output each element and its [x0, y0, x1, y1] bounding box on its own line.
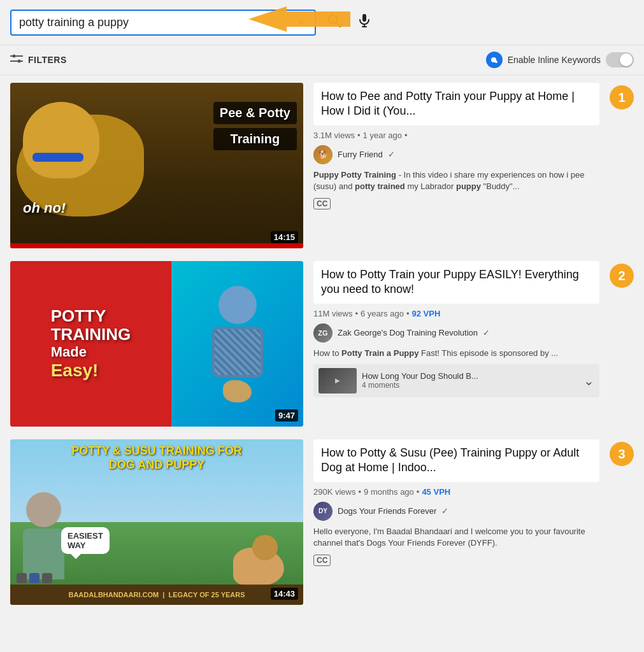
- result-item-2: POTTY TRAINING Made Easy!: [10, 261, 634, 427]
- channel-row-1: 🐕 Furry Friend ✓: [313, 145, 599, 164]
- number-badge-3: 3: [610, 442, 634, 466]
- thumb3-dog: [233, 548, 284, 586]
- thumbnail-1[interactable]: Pee & Potty Training oh no! 14:15: [10, 83, 303, 248]
- thumbnail-3[interactable]: POTTY & SUSU TRAINING FOR DOG AND PUPPY …: [10, 439, 303, 605]
- verified-icon-2: ✓: [483, 328, 490, 337]
- cc-badge-3: CC: [313, 555, 331, 566]
- svg-point-9: [18, 59, 21, 62]
- filters-bar: FILTERS Enable Inline Keywords: [0, 45, 644, 75]
- verified-icon-1: ✓: [388, 150, 395, 159]
- result-title-box-3: How to Potty & Susu (Pee) Training Puppy…: [313, 439, 599, 482]
- result-item-1: Pee & Potty Training oh no! 14:15 How to…: [10, 83, 634, 248]
- thumb1-background: Pee & Potty Training oh no!: [10, 83, 303, 248]
- views-1: 3.1M views: [313, 131, 355, 140]
- channel-name-1[interactable]: Furry Friend: [338, 150, 383, 159]
- result-title-box-2: How to Potty Train your Puppy EASILY! Ev…: [313, 261, 599, 304]
- channel-avatar-1: 🐕: [313, 145, 333, 164]
- search-bar-area: ×: [0, 0, 644, 45]
- channel-name-3[interactable]: Dogs Your Friends Forever: [338, 506, 436, 516]
- clear-search-button[interactable]: ×: [295, 16, 307, 29]
- dot-1: •: [357, 131, 361, 140]
- age-3: 9 months ago: [364, 487, 414, 497]
- sliders-icon: [10, 53, 23, 64]
- search-input-wrapper: ×: [10, 10, 316, 36]
- duration-1: 14:15: [271, 231, 298, 243]
- verified-icon-3: ✓: [441, 506, 448, 516]
- inline-keywords-icon: [486, 52, 503, 68]
- thumb3-man: [23, 492, 64, 579]
- dot-3: •: [358, 487, 361, 497]
- duration-2: 9:47: [275, 409, 298, 422]
- thumb3-title: POTTY & SUSU TRAINING FOR DOG AND PUPPY: [17, 444, 297, 472]
- dot-2: •: [355, 309, 358, 318]
- dot2-1: •: [404, 131, 408, 140]
- search-button[interactable]: [321, 8, 347, 37]
- result-item-3: POTTY & SUSU TRAINING FOR DOG AND PUPPY …: [10, 439, 634, 605]
- preview-info: How Long Your Dog Should B... 4 moments: [362, 371, 578, 390]
- search-icon: [326, 13, 341, 28]
- search-input[interactable]: [19, 16, 295, 29]
- dot2-2: •: [406, 309, 410, 318]
- channel-row-2: ZG Zak George's Dog Training Revolution …: [313, 323, 599, 343]
- age-1: 1 year ago: [363, 131, 402, 140]
- thumb2-background: POTTY TRAINING Made Easy!: [10, 261, 303, 427]
- preview-title: How Long Your Dog Should B...: [362, 371, 578, 381]
- svg-line-2: [336, 23, 341, 27]
- thumb1-text: Pee & Potty Training: [213, 102, 297, 150]
- result-title-3[interactable]: How to Potty & Susu (Pee) Training Puppy…: [321, 446, 592, 476]
- result-description-3: Hello everyone, I'm Baadal Bhandaari and…: [313, 526, 599, 549]
- result-title-1[interactable]: How to Pee and Potty Train your Puppy at…: [321, 89, 592, 119]
- thumb3-bottom: BAADALBHANDAARI.COM | LEGACY OF 25 YEARS: [10, 585, 303, 605]
- thumb2-text-area: POTTY TRAINING Made Easy!: [10, 261, 171, 427]
- views-3: 290K views: [313, 487, 355, 497]
- results-list: Pee & Potty Training oh no! 14:15 How to…: [0, 75, 644, 613]
- next-video-preview[interactable]: ▶ How Long Your Dog Should B... 4 moment…: [313, 364, 599, 397]
- result-meta-1: 3.1M views • 1 year ago •: [313, 131, 599, 140]
- filters-right: Enable Inline Keywords: [486, 52, 634, 68]
- thumb3-background: POTTY & SUSU TRAINING FOR DOG AND PUPPY …: [10, 439, 303, 605]
- result-info-1: How to Pee and Potty Train your Puppy at…: [313, 83, 599, 209]
- vph-2: 92 VPH: [411, 309, 440, 318]
- filter-icon: [10, 53, 23, 67]
- vph-3: 45 VPH: [422, 487, 450, 497]
- toggle-knob: [620, 53, 633, 66]
- age-2: 6 years ago: [361, 309, 404, 318]
- svg-rect-3: [362, 14, 366, 22]
- result-description-2: How to Potty Train a Puppy Fast! This ep…: [313, 348, 599, 359]
- views-2: 11M views: [313, 309, 352, 318]
- number-badge-2: 2: [610, 264, 634, 288]
- cc-badge-1: CC: [313, 198, 331, 209]
- preview-meta: 4 moments: [362, 381, 578, 390]
- preview-thumb: ▶: [318, 368, 357, 393]
- dot2-3: •: [417, 487, 420, 497]
- thumb2-person-area: [171, 261, 303, 427]
- filters-label[interactable]: FILTERS: [28, 55, 67, 65]
- duration-3: 14:43: [271, 588, 298, 600]
- result-meta-2: 11M views • 6 years ago • 92 VPH: [313, 309, 599, 318]
- expand-icon[interactable]: ⌄: [583, 373, 594, 388]
- channel-avatar-2: ZG: [313, 323, 333, 343]
- result-info-2: How to Potty Train your Puppy EASILY! Ev…: [313, 261, 599, 397]
- svg-point-7: [13, 54, 16, 57]
- toggle-switch[interactable]: [606, 52, 634, 67]
- thumb3-bubble: EASIESTWAY: [61, 527, 110, 554]
- result-info-3: How to Potty & Susu (Pee) Training Puppy…: [313, 439, 599, 566]
- filters-left: FILTERS: [10, 53, 67, 67]
- channel-row-3: DY Dogs Your Friends Forever ✓: [313, 502, 599, 521]
- mic-button[interactable]: [352, 8, 377, 37]
- result-title-box-1: How to Pee and Potty Train your Puppy at…: [313, 83, 599, 125]
- thumb1-ohnno: oh no!: [23, 200, 66, 216]
- result-title-2[interactable]: How to Potty Train your Puppy EASILY! Ev…: [321, 267, 592, 297]
- thumbnail-2[interactable]: POTTY TRAINING Made Easy!: [10, 261, 303, 427]
- thumb3-social: [17, 573, 52, 583]
- result-meta-3: 290K views • 9 months ago • 45 VPH: [313, 487, 599, 497]
- number-badge-1: 1: [610, 85, 634, 110]
- result-description-1: Puppy Potty Training - In this video i s…: [313, 169, 599, 192]
- channel-avatar-3: DY: [313, 502, 333, 521]
- channel-name-2[interactable]: Zak George's Dog Training Revolution: [338, 328, 478, 337]
- mic-icon: [357, 13, 372, 28]
- enable-keywords-text: Enable Inline Keywords: [508, 55, 601, 65]
